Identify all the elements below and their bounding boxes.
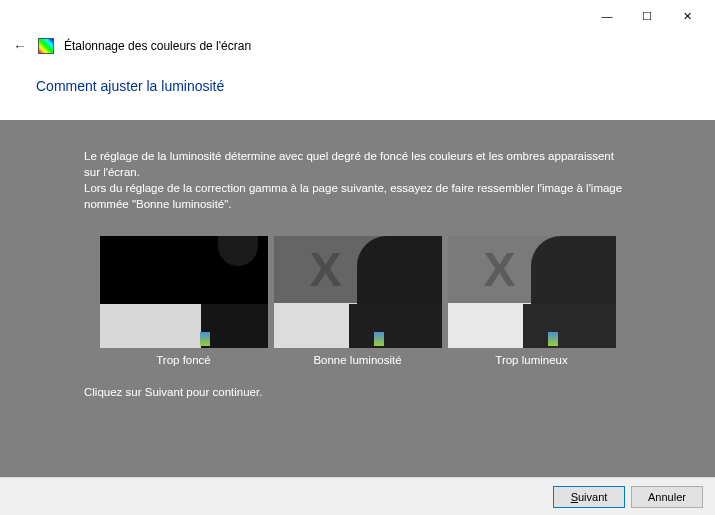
- instruction-line-2: Lors du réglage de la correction gamma à…: [84, 182, 622, 210]
- sample-good-image: X: [274, 236, 442, 348]
- sample-good: X Bonne luminosité: [274, 236, 442, 366]
- cancel-button[interactable]: Annuler: [631, 486, 703, 508]
- close-button[interactable]: ✕: [667, 2, 707, 30]
- footer: Suivant Annuler: [0, 477, 715, 515]
- minimize-button[interactable]: —: [587, 2, 627, 30]
- page-heading: Comment ajuster la luminosité: [0, 60, 715, 112]
- header: ← Étalonnage des couleurs de l'écran: [0, 32, 715, 60]
- titlebar: — ☐ ✕: [0, 0, 715, 32]
- sample-dark-label: Trop foncé: [156, 354, 211, 366]
- instruction-line-1: Le réglage de la luminosité détermine av…: [84, 150, 614, 178]
- instruction-text: Le réglage de la luminosité détermine av…: [84, 148, 631, 212]
- back-arrow-icon[interactable]: ←: [12, 38, 28, 54]
- app-icon: [38, 38, 54, 54]
- app-title: Étalonnage des couleurs de l'écran: [64, 39, 251, 53]
- continue-instruction: Cliquez sur Suivant pour continuer.: [84, 386, 631, 398]
- sample-bright-image: X: [448, 236, 616, 348]
- content-area: Le réglage de la luminosité détermine av…: [0, 120, 715, 477]
- next-button[interactable]: Suivant: [553, 486, 625, 508]
- sample-images-row: Trop foncé X Bonne luminosité X Trop lum…: [84, 236, 631, 366]
- sample-dark-image: [100, 236, 268, 348]
- maximize-button[interactable]: ☐: [627, 2, 667, 30]
- sample-bright: X Trop lumineux: [448, 236, 616, 366]
- sample-bright-label: Trop lumineux: [495, 354, 567, 366]
- sample-good-label: Bonne luminosité: [313, 354, 401, 366]
- sample-dark: Trop foncé: [100, 236, 268, 366]
